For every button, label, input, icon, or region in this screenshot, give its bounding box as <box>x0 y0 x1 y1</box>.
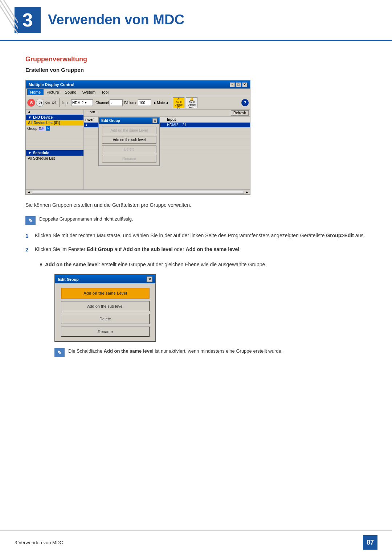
menu-picture[interactable]: Picture <box>44 89 62 95</box>
schedule-header: ▼ Schedule <box>26 150 83 156</box>
header: 3 Verwenden von MDC <box>0 0 392 41</box>
chapter-number-box: 3 <box>15 7 41 33</box>
edit-group-large-dialog: Edit Group ✕ Add on the same Level Add o… <box>54 274 156 342</box>
maximize-button[interactable]: □ <box>236 82 241 87</box>
mute-label: ►Mute◄ <box>153 101 168 105</box>
schedule-sublist[interactable]: All Schedule List <box>26 156 83 161</box>
volume-group: IVolume 100 ►Mute◄ <box>124 99 168 106</box>
empty-row <box>26 137 83 140</box>
mdc-titlebar-buttons: – □ ✕ <box>230 82 247 87</box>
help-button[interactable]: ? <box>241 99 249 106</box>
chapter-number: 3 <box>23 11 33 29</box>
list-text-1: Klicken Sie mit der rechten Maustaste, u… <box>35 231 365 239</box>
refresh-button[interactable]: Refresh <box>231 110 249 116</box>
empty-row <box>26 134 83 137</box>
menu-tool[interactable]: Tool <box>98 89 111 95</box>
schedule-arrow: ▼ <box>28 151 32 155</box>
channel-input[interactable]: ÷ <box>110 99 123 106</box>
sub-heading: Erstellen von Gruppen <box>25 67 367 73</box>
egl-close-button[interactable]: ✕ <box>147 276 152 282</box>
lfd-arrow: ▼ <box>28 115 32 119</box>
menu-sound[interactable]: Sound <box>62 89 79 95</box>
numbered-item-1: 1 Klicken Sie mit der rechten Maustaste,… <box>25 231 367 240</box>
edit-group-close-button[interactable]: ✕ <box>152 118 157 123</box>
list-num-1: 1 <box>25 231 31 240</box>
note-1: ✎ Doppelte Gruppennamen sind nicht zuläs… <box>25 216 367 225</box>
footer-page-number: 87 <box>363 535 377 550</box>
egl-delete-button[interactable]: Delete <box>61 314 150 324</box>
all-device-list[interactable]: All Device List (81) <box>26 120 83 126</box>
egl-body: Add on the same Level Add on the sub lev… <box>55 283 155 341</box>
numbered-item-2: 2 Klicken Sie im Fenster Edit Group auf … <box>25 245 367 254</box>
section-heading: Gruppenverwaltung <box>25 56 367 63</box>
fault-alert-icon[interactable]: 🔔 Fault DeviceAlert <box>186 97 197 108</box>
cell-input: HDMI2 21 <box>167 123 249 127</box>
list-text-2: Klicken Sie im Fenster Edit Group auf Ad… <box>35 245 241 253</box>
svg-line-2 <box>4 0 18 40</box>
note-2-text: Die Schaltfläche Add on the same level i… <box>68 348 282 355</box>
power-off-button[interactable]: ⏻ <box>36 99 44 107</box>
edit-group-titlebar: Edit Group ✕ <box>99 118 159 124</box>
bullet-item-1: Add on the same level: erstellt eine Gru… <box>40 260 367 268</box>
mdc-right-panel: ...heft... Refresh nwer Input ● HDMI2 21 <box>84 110 250 189</box>
scrollbar[interactable]: ◄ ► <box>26 189 250 194</box>
on-label: On <box>45 101 50 104</box>
input-combo[interactable]: HDMI2 ▼ <box>71 99 93 106</box>
delete-button-small[interactable]: Delete <box>102 145 156 153</box>
input-label: Input <box>62 101 70 105</box>
mdc-screenshot: Multiple Display Control – □ ✕ Home Pict… <box>25 80 250 195</box>
footer-chapter-label: 3 Verwenden von MDC <box>15 540 63 545</box>
volume-input[interactable]: 100 <box>138 99 151 106</box>
add-same-level-button-small[interactable]: Add on the same Level <box>102 127 156 134</box>
numbered-list: 1 Klicken Sie mit der rechten Maustaste,… <box>25 231 367 254</box>
volume-label: IVolume <box>124 101 137 105</box>
lfd-title: LFD Device <box>33 115 53 119</box>
menu-system[interactable]: System <box>79 89 98 95</box>
edit-icon[interactable]: ✎ <box>46 126 50 131</box>
group-label: Group <box>27 127 37 131</box>
empty-row <box>26 146 83 149</box>
col-input: Input <box>167 118 249 122</box>
svg-text:✎: ✎ <box>28 218 33 223</box>
refresh-bar: ...heft... Refresh <box>84 110 250 117</box>
close-button[interactable]: ✕ <box>242 82 247 87</box>
mdc-menubar: Home Picture Sound System Tool <box>26 89 250 96</box>
svg-line-0 <box>0 0 18 40</box>
mdc-title-text: Multiple Display Control <box>29 82 74 87</box>
bullet-list: Add on the same level: erstellt eine Gru… <box>40 260 367 268</box>
list-num-2: 2 <box>25 245 31 254</box>
egl-title: Edit Group <box>58 277 79 282</box>
group-row: Group Edit ✎ <box>26 126 83 131</box>
main-content: Gruppenverwaltung Erstellen von Gruppen … <box>0 41 392 385</box>
note-2: ✎ Die Schaltfläche Add on the same level… <box>54 348 367 357</box>
left-arrow[interactable]: ◄ <box>27 110 30 114</box>
mdc-titlebar: Multiple Display Control – □ ✕ <box>26 81 250 89</box>
egl-add-sub-level-button[interactable]: Add on the sub level <box>61 301 150 311</box>
add-sub-level-button-small[interactable]: Add on the sub level <box>102 136 156 144</box>
power-on-button[interactable]: ⏻ <box>27 99 35 107</box>
channel-label: IChannel <box>94 101 109 105</box>
scroll-left[interactable]: ◄ <box>27 190 30 194</box>
fault-device-icon[interactable]: ⚠ Fault Device(3) <box>173 97 184 108</box>
note-icon-2: ✎ <box>54 348 65 357</box>
right-panel-label: ...heft... <box>85 110 231 116</box>
egl-add-same-level-button[interactable]: Add on the same Level <box>61 288 150 299</box>
scroll-track[interactable] <box>32 191 244 194</box>
off-label: Off <box>52 101 56 104</box>
bullet-dot-1 <box>40 263 42 266</box>
scroll-right[interactable]: ► <box>245 190 249 194</box>
header-deco <box>0 0 18 40</box>
menu-home[interactable]: Home <box>27 89 44 95</box>
mdc-main-area: ◄ ▼ LFD Device All Device List (81) Grou… <box>26 110 250 189</box>
mdc-left-panel: ◄ ▼ LFD Device All Device List (81) Grou… <box>26 110 84 189</box>
rename-button-small[interactable]: Rename <box>102 155 156 163</box>
edit-link[interactable]: Edit <box>39 127 45 130</box>
note-svg-1: ✎ <box>25 216 36 225</box>
fault-area: ⚠ Fault Device(3) 🔔 Fault DeviceAlert <box>173 97 197 108</box>
note-icon-1: ✎ <box>25 216 36 225</box>
empty-row <box>26 143 83 146</box>
minimize-button[interactable]: – <box>230 82 235 87</box>
egl-titlebar: Edit Group ✕ <box>55 275 155 283</box>
edit-group-title: Edit Group <box>101 119 120 123</box>
egl-rename-button[interactable]: Rename <box>61 327 150 337</box>
